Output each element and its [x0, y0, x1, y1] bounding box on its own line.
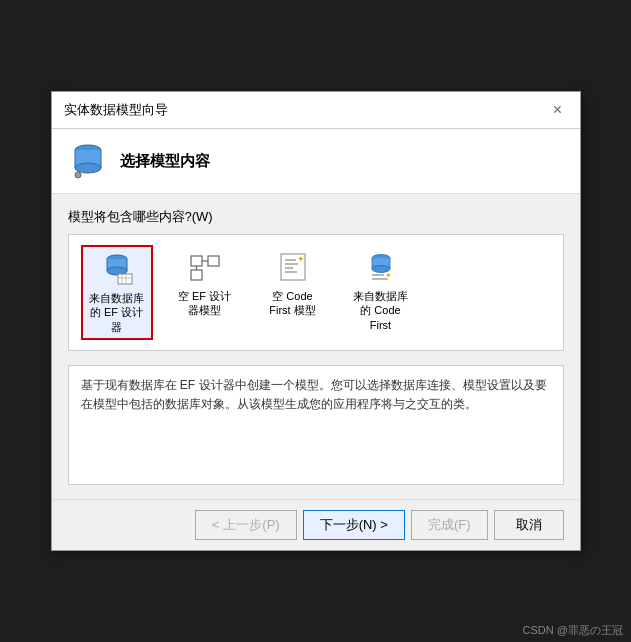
watermark: CSDN @罪恶の王冠	[523, 623, 623, 638]
close-button[interactable]: ×	[548, 100, 568, 120]
content-area: 模型将包含哪些内容?(W)	[52, 194, 580, 499]
description-box: 基于现有数据库在 EF 设计器中创建一个模型。您可以选择数据库连接、模型设置以及…	[68, 365, 564, 485]
next-button[interactable]: 下一步(N) >	[303, 510, 405, 540]
footer: < 上一步(P) 下一步(N) > 完成(F) 取消	[52, 499, 580, 550]
svg-text:✦: ✦	[385, 271, 392, 280]
svg-rect-19	[191, 270, 202, 280]
description-text: 基于现有数据库在 EF 设计器中创建一个模型。您可以选择数据库连接、模型设置以及…	[81, 378, 547, 411]
option-db-ef[interactable]: 来自数据库的 EF 设计器	[81, 245, 153, 340]
prev-button[interactable]: < 上一步(P)	[195, 510, 297, 540]
option-db-codefirst[interactable]: ✦ 来自数据库的 Code First	[345, 245, 417, 336]
svg-rect-16	[191, 256, 202, 266]
option-ef-icon	[187, 249, 223, 285]
svg-rect-17	[208, 256, 219, 266]
title-bar: 实体数据模型向导 ×	[52, 92, 580, 129]
cancel-button[interactable]: 取消	[494, 510, 564, 540]
header-db-icon	[68, 141, 108, 181]
svg-point-5	[75, 172, 81, 178]
option-db-codefirst-label: 来自数据库的 Code First	[349, 289, 413, 332]
header-area: 选择模型内容	[52, 129, 580, 194]
header-title: 选择模型内容	[120, 152, 210, 171]
finish-button[interactable]: 完成(F)	[411, 510, 488, 540]
option-db-codefirst-icon: ✦	[363, 249, 399, 285]
option-code-first[interactable]: ✦ 空 Code First 模型	[257, 245, 329, 322]
option-ef-designer[interactable]: 空 EF 设计器模型	[169, 245, 241, 322]
entity-model-dialog: 实体数据模型向导 × 选择模型内容 模型将包含哪些内容?(W)	[51, 91, 581, 551]
svg-rect-12	[118, 274, 132, 284]
section-label: 模型将包含哪些内容?(W)	[68, 208, 564, 226]
options-box: 来自数据库的 EF 设计器 空 EF 设计器模型	[68, 234, 564, 351]
svg-text:✦: ✦	[297, 254, 305, 264]
option-ef-label: 空 EF 设计器模型	[173, 289, 237, 318]
option-code-first-icon: ✦	[275, 249, 311, 285]
dialog-title: 实体数据模型向导	[64, 101, 168, 119]
option-db-ef-icon	[99, 251, 135, 287]
option-db-ef-label: 来自数据库的 EF 设计器	[87, 291, 147, 334]
option-code-first-label: 空 Code First 模型	[261, 289, 325, 318]
